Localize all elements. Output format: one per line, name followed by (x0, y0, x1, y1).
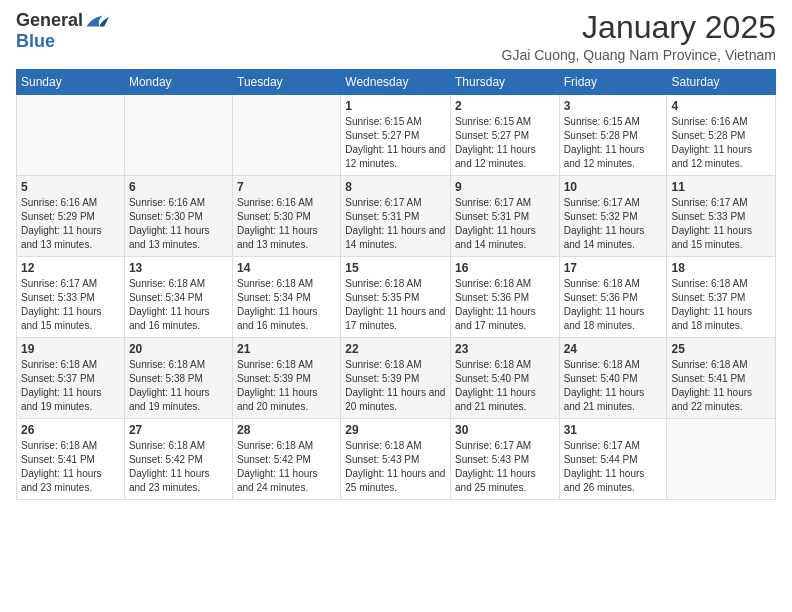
logo-bird-icon (85, 11, 109, 31)
title-area: January 2025 GJai Cuong, Quang Nam Provi… (502, 10, 776, 63)
col-sunday: Sunday (17, 70, 125, 95)
calendar-week-row: 26Sunrise: 6:18 AMSunset: 5:41 PMDayligh… (17, 419, 776, 500)
table-row: 7Sunrise: 6:16 AMSunset: 5:30 PMDaylight… (233, 176, 341, 257)
logo: General Blue (16, 10, 109, 52)
table-row: 10Sunrise: 6:17 AMSunset: 5:32 PMDayligh… (559, 176, 667, 257)
table-row: 24Sunrise: 6:18 AMSunset: 5:40 PMDayligh… (559, 338, 667, 419)
col-thursday: Thursday (451, 70, 560, 95)
table-row: 2Sunrise: 6:15 AMSunset: 5:27 PMDaylight… (451, 95, 560, 176)
table-row: 30Sunrise: 6:17 AMSunset: 5:43 PMDayligh… (451, 419, 560, 500)
logo-blue-text: Blue (16, 31, 55, 52)
table-row: 26Sunrise: 6:18 AMSunset: 5:41 PMDayligh… (17, 419, 125, 500)
day-info: Sunrise: 6:17 AMSunset: 5:44 PMDaylight:… (564, 439, 663, 495)
table-row: 13Sunrise: 6:18 AMSunset: 5:34 PMDayligh… (124, 257, 232, 338)
day-number: 4 (671, 99, 771, 113)
page: General Blue January 2025 GJai Cuong, Qu… (0, 0, 792, 510)
day-info: Sunrise: 6:18 AMSunset: 5:37 PMDaylight:… (21, 358, 120, 414)
table-row (17, 95, 125, 176)
day-number: 24 (564, 342, 663, 356)
calendar-week-row: 5Sunrise: 6:16 AMSunset: 5:29 PMDaylight… (17, 176, 776, 257)
day-number: 17 (564, 261, 663, 275)
table-row: 8Sunrise: 6:17 AMSunset: 5:31 PMDaylight… (341, 176, 451, 257)
calendar-table: Sunday Monday Tuesday Wednesday Thursday… (16, 69, 776, 500)
table-row (124, 95, 232, 176)
table-row: 18Sunrise: 6:18 AMSunset: 5:37 PMDayligh… (667, 257, 776, 338)
calendar-week-row: 12Sunrise: 6:17 AMSunset: 5:33 PMDayligh… (17, 257, 776, 338)
day-info: Sunrise: 6:17 AMSunset: 5:31 PMDaylight:… (455, 196, 555, 252)
day-info: Sunrise: 6:17 AMSunset: 5:31 PMDaylight:… (345, 196, 446, 252)
day-number: 7 (237, 180, 336, 194)
day-number: 13 (129, 261, 228, 275)
day-info: Sunrise: 6:18 AMSunset: 5:37 PMDaylight:… (671, 277, 771, 333)
day-info: Sunrise: 6:16 AMSunset: 5:29 PMDaylight:… (21, 196, 120, 252)
month-title: January 2025 (502, 10, 776, 45)
location-subtitle: GJai Cuong, Quang Nam Province, Vietnam (502, 47, 776, 63)
day-info: Sunrise: 6:16 AMSunset: 5:30 PMDaylight:… (129, 196, 228, 252)
calendar-week-row: 1Sunrise: 6:15 AMSunset: 5:27 PMDaylight… (17, 95, 776, 176)
col-tuesday: Tuesday (233, 70, 341, 95)
day-info: Sunrise: 6:18 AMSunset: 5:38 PMDaylight:… (129, 358, 228, 414)
day-number: 8 (345, 180, 446, 194)
table-row: 23Sunrise: 6:18 AMSunset: 5:40 PMDayligh… (451, 338, 560, 419)
table-row: 12Sunrise: 6:17 AMSunset: 5:33 PMDayligh… (17, 257, 125, 338)
header: General Blue January 2025 GJai Cuong, Qu… (16, 10, 776, 63)
day-info: Sunrise: 6:18 AMSunset: 5:36 PMDaylight:… (564, 277, 663, 333)
day-info: Sunrise: 6:16 AMSunset: 5:28 PMDaylight:… (671, 115, 771, 171)
day-number: 19 (21, 342, 120, 356)
day-number: 16 (455, 261, 555, 275)
day-number: 1 (345, 99, 446, 113)
table-row: 28Sunrise: 6:18 AMSunset: 5:42 PMDayligh… (233, 419, 341, 500)
day-number: 11 (671, 180, 771, 194)
table-row: 16Sunrise: 6:18 AMSunset: 5:36 PMDayligh… (451, 257, 560, 338)
day-number: 30 (455, 423, 555, 437)
table-row: 3Sunrise: 6:15 AMSunset: 5:28 PMDaylight… (559, 95, 667, 176)
day-number: 25 (671, 342, 771, 356)
day-info: Sunrise: 6:17 AMSunset: 5:43 PMDaylight:… (455, 439, 555, 495)
day-number: 28 (237, 423, 336, 437)
day-number: 3 (564, 99, 663, 113)
day-info: Sunrise: 6:15 AMSunset: 5:28 PMDaylight:… (564, 115, 663, 171)
day-info: Sunrise: 6:15 AMSunset: 5:27 PMDaylight:… (345, 115, 446, 171)
table-row: 17Sunrise: 6:18 AMSunset: 5:36 PMDayligh… (559, 257, 667, 338)
day-number: 9 (455, 180, 555, 194)
day-info: Sunrise: 6:18 AMSunset: 5:34 PMDaylight:… (129, 277, 228, 333)
day-info: Sunrise: 6:18 AMSunset: 5:35 PMDaylight:… (345, 277, 446, 333)
col-monday: Monday (124, 70, 232, 95)
day-info: Sunrise: 6:17 AMSunset: 5:33 PMDaylight:… (671, 196, 771, 252)
day-info: Sunrise: 6:18 AMSunset: 5:40 PMDaylight:… (455, 358, 555, 414)
table-row: 25Sunrise: 6:18 AMSunset: 5:41 PMDayligh… (667, 338, 776, 419)
day-number: 29 (345, 423, 446, 437)
table-row (233, 95, 341, 176)
day-number: 14 (237, 261, 336, 275)
col-saturday: Saturday (667, 70, 776, 95)
calendar-week-row: 19Sunrise: 6:18 AMSunset: 5:37 PMDayligh… (17, 338, 776, 419)
day-number: 10 (564, 180, 663, 194)
day-info: Sunrise: 6:17 AMSunset: 5:33 PMDaylight:… (21, 277, 120, 333)
day-info: Sunrise: 6:18 AMSunset: 5:34 PMDaylight:… (237, 277, 336, 333)
logo-general-text: General (16, 10, 83, 31)
col-friday: Friday (559, 70, 667, 95)
table-row: 5Sunrise: 6:16 AMSunset: 5:29 PMDaylight… (17, 176, 125, 257)
day-number: 20 (129, 342, 228, 356)
table-row: 1Sunrise: 6:15 AMSunset: 5:27 PMDaylight… (341, 95, 451, 176)
day-number: 18 (671, 261, 771, 275)
table-row: 11Sunrise: 6:17 AMSunset: 5:33 PMDayligh… (667, 176, 776, 257)
table-row: 15Sunrise: 6:18 AMSunset: 5:35 PMDayligh… (341, 257, 451, 338)
table-row: 22Sunrise: 6:18 AMSunset: 5:39 PMDayligh… (341, 338, 451, 419)
day-info: Sunrise: 6:18 AMSunset: 5:41 PMDaylight:… (21, 439, 120, 495)
day-info: Sunrise: 6:18 AMSunset: 5:36 PMDaylight:… (455, 277, 555, 333)
table-row (667, 419, 776, 500)
table-row: 9Sunrise: 6:17 AMSunset: 5:31 PMDaylight… (451, 176, 560, 257)
day-info: Sunrise: 6:18 AMSunset: 5:41 PMDaylight:… (671, 358, 771, 414)
table-row: 21Sunrise: 6:18 AMSunset: 5:39 PMDayligh… (233, 338, 341, 419)
day-number: 6 (129, 180, 228, 194)
day-number: 21 (237, 342, 336, 356)
day-info: Sunrise: 6:18 AMSunset: 5:39 PMDaylight:… (345, 358, 446, 414)
day-info: Sunrise: 6:18 AMSunset: 5:40 PMDaylight:… (564, 358, 663, 414)
day-info: Sunrise: 6:15 AMSunset: 5:27 PMDaylight:… (455, 115, 555, 171)
day-number: 5 (21, 180, 120, 194)
day-info: Sunrise: 6:18 AMSunset: 5:42 PMDaylight:… (237, 439, 336, 495)
day-info: Sunrise: 6:18 AMSunset: 5:43 PMDaylight:… (345, 439, 446, 495)
day-number: 31 (564, 423, 663, 437)
day-info: Sunrise: 6:18 AMSunset: 5:42 PMDaylight:… (129, 439, 228, 495)
